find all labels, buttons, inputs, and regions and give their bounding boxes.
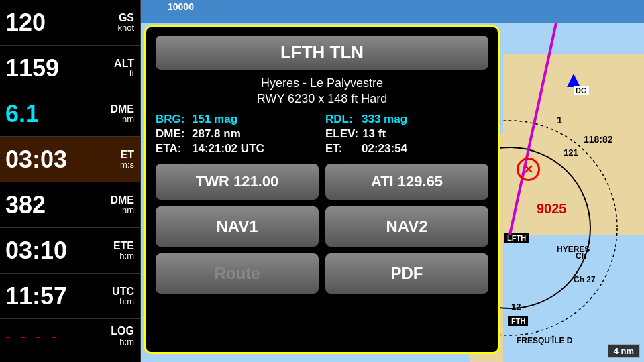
et-time: 03 : 03 [5,145,67,174]
airport-icao-title: LFTH TLN [280,42,364,62]
et-main-label: ET [121,149,134,161]
log-sub-label: h:m [119,337,134,347]
et-value-1: 03 [5,147,32,172]
rdl-row: RDL: 333 mag [325,113,488,126]
et-detail-label: ET: [325,142,358,156]
gs-row: 120 GS knot [0,0,140,46]
map-number-9025: 9025 [537,201,567,217]
et-row: 03 : 03 ET m:s [0,137,140,182]
map-number-12: 12 [511,302,521,312]
utc-time: 11 : 57 [5,282,67,310]
dme-row-1: 6.1 DME nm [0,91,140,137]
utc-colon: : [32,282,40,310]
brg-row: BRG: 151 mag [156,113,319,126]
utc-value-2: 57 [40,284,67,308]
log-main-label: LOG [111,325,134,337]
elev-label: ELEV: [325,127,358,141]
dme-label: DME: [156,127,188,141]
ete-colon: : [32,237,40,265]
utc-main-label: UTC [112,286,134,298]
map-number-118: 118:82 [584,134,613,145]
eta-row: ETA: 14:21:02 UTC [156,142,319,156]
dme-value: 287.8 nm [192,127,241,141]
brg-value: 151 mag [192,113,237,126]
rdl-label: RDL: [325,113,358,126]
modal-data-grid: BRG: 151 mag RDL: 333 mag DME: 287.8 nm … [156,113,488,156]
ete-row: 03 : 10 ETE h:m [0,228,140,274]
dme-value-2: 382 [5,193,46,217]
airport-name-text: Hyeres - Le Palyvestre [261,76,383,90]
gs-sub-label: knot [117,23,134,33]
alt-value: 1159 [5,56,59,80]
gs-labels: GS knot [117,12,134,34]
utc-row: 11 : 57 UTC h:m [0,274,140,319]
ete-value-2: 10 [40,239,67,263]
ete-labels: ETE h:m [113,240,134,261]
dme-labels-1: DME nm [110,103,134,125]
runway-info: RWY 6230 x 148 ft Hard [156,92,488,106]
map-number-121: 121 [564,147,578,158]
et-detail-row: ET: 02:23:54 [325,142,488,156]
log-dashes: - - - - [5,326,59,345]
ete-value-1: 03 [5,239,32,263]
nav1-button[interactable]: NAV1 [156,206,319,247]
scale-indicator: 4 nm [608,344,640,358]
airport-info-modal: LFTH TLN Hyeres - Le Palyvestre RWY 6230… [144,25,500,354]
action-row: Route PDF [156,253,488,294]
left-instrument-panel: 120 GS knot 1159 ALT ft 6.1 DME nm 03 : … [0,0,141,362]
log-row: - - - - LOG h:m [0,319,140,353]
alt-labels: ALT ft [114,58,134,79]
dme-main-label-1: DME [110,103,134,115]
alt-row: 1159 ALT ft [0,46,140,91]
rdl-value: 333 mag [362,113,407,126]
gs-main-label: GS [119,12,134,24]
log-labels: LOG h:m [111,325,134,347]
ete-main-label: ETE [113,240,134,252]
utc-value-1: 11 [5,284,32,308]
dme-labels-2: DME nm [110,194,134,216]
pdf-button[interactable]: PDF [325,253,488,294]
dme-row: DME: 287.8 nm [156,127,319,141]
gs-value: 120 [5,11,46,35]
ati-freq-button[interactable]: ATI 129.65 [325,164,488,200]
et-value-2: 03 [40,147,67,172]
eta-value: 14:21:02 UTC [192,142,264,156]
brg-label: BRG: [156,113,188,126]
dme-main-label-2: DME [110,194,134,206]
et-sub-label: m:s [120,160,134,170]
map-label-presqu: FRESQU'ÎLE D [517,336,573,345]
alt-main-label: ALT [114,58,134,70]
elev-row: ELEV: 13 ft [325,127,488,141]
airport-name: Hyeres - Le Palyvestre [156,76,488,90]
dme-sub-label-1: nm [122,115,134,124]
ete-sub-label: h:m [119,251,134,261]
eta-label: ETA: [156,142,188,156]
dme-sub-label-2: nm [122,206,134,215]
dme-value-1: 6.1 [5,102,39,126]
twr-freq-button[interactable]: TWR 121.00 [156,164,319,200]
runway-text: RWY 6230 x 148 ft Hard [257,92,387,105]
et-colon: : [32,145,40,174]
elev-value: 13 ft [362,127,386,141]
route-button[interactable]: Route [156,253,319,294]
et-labels: ET m:s [120,149,134,170]
dme-row-2: 382 DME nm [0,182,140,228]
nav2-button[interactable]: NAV2 [325,206,488,247]
alt-sub-label: ft [129,69,134,78]
frequency-row: TWR 121.00 ATI 129.65 [156,164,488,200]
modal-title-bar: LFTH TLN [156,36,488,70]
ete-time: 03 : 10 [5,237,67,265]
altitude-number-1: 10000 [168,1,194,12]
utc-sub-label: h:m [119,297,134,306]
map-number-1: 1 [557,114,562,125]
et-detail-value: 02:23:54 [362,142,407,156]
nav-row: NAV1 NAV2 [156,206,488,247]
utc-labels: UTC h:m [112,286,134,307]
